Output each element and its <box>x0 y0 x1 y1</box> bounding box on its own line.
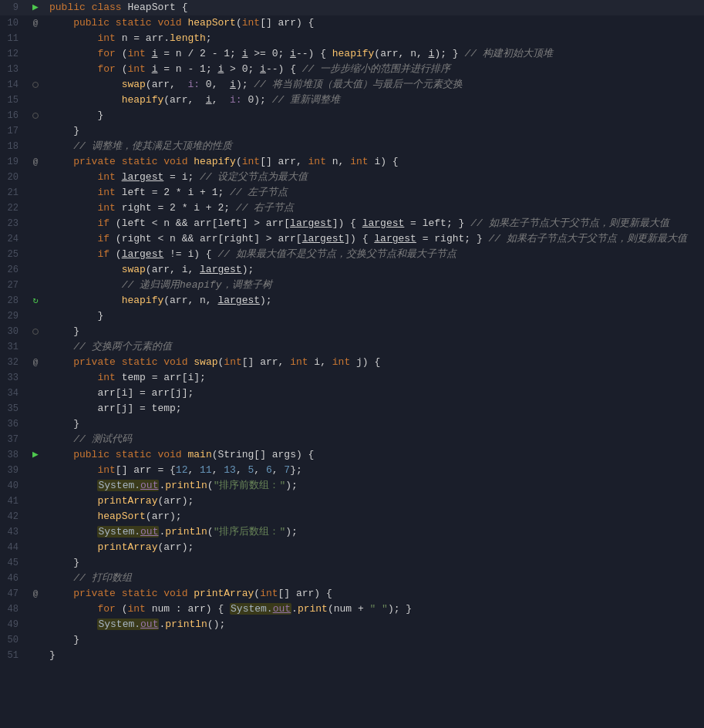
gutter-area[interactable] <box>25 401 46 416</box>
breakpoint-dot[interactable] <box>32 113 39 119</box>
line-number: 45 <box>0 555 25 571</box>
gutter-area[interactable] <box>25 648 46 663</box>
line-number: 42 <box>0 509 25 524</box>
gutter-area[interactable] <box>25 93 46 108</box>
gutter-area[interactable] <box>25 108 46 123</box>
breakpoint-icon: @ <box>33 15 39 31</box>
gutter-area[interactable] <box>25 524 46 540</box>
gutter-area[interactable]: @ <box>25 586 46 602</box>
gutter-area[interactable] <box>25 308 46 324</box>
gutter-area[interactable] <box>25 262 46 278</box>
line-number: 33 <box>0 370 25 386</box>
gutter-area[interactable]: ↻ <box>25 293 46 308</box>
gutter-area[interactable] <box>25 339 46 355</box>
line-number: 49 <box>0 617 25 632</box>
gutter-area[interactable]: @ <box>25 355 46 370</box>
gutter-area[interactable] <box>25 555 46 571</box>
gutter-area[interactable] <box>25 231 46 247</box>
code-line: 31 // 交换两个元素的值 <box>0 339 704 355</box>
line-number: 15 <box>0 93 25 108</box>
code-line: 37 // 测试代码 <box>0 432 704 447</box>
line-number: 28 <box>0 293 25 308</box>
breakpoint-icon: @ <box>33 355 39 370</box>
line-number: 40 <box>0 478 25 494</box>
code-text: } <box>46 308 704 324</box>
gutter-area[interactable] <box>25 31 46 46</box>
code-text: public static void main(String[] args) { <box>46 447 704 463</box>
code-text: swap(arr, i: 0, i); // 将当前堆顶（最大值）与最后一个元素… <box>46 77 704 93</box>
code-line: 12 for (int i = n / 2 - 1; i >= 0; i--) … <box>0 46 704 62</box>
gutter-area[interactable] <box>25 617 46 632</box>
gutter-area[interactable] <box>25 571 46 586</box>
code-line: 17 } <box>0 123 704 139</box>
gutter-area[interactable] <box>25 602 46 617</box>
line-number: 34 <box>0 386 25 401</box>
line-number: 25 <box>0 247 25 262</box>
gutter-area[interactable]: ▶ <box>25 0 46 15</box>
gutter-area[interactable]: @ <box>25 154 46 170</box>
gutter-area[interactable] <box>25 494 46 509</box>
run-icon[interactable]: ▶ <box>32 0 39 15</box>
code-text: } <box>46 324 704 339</box>
code-line: 24 if (right < n && arr[right] > arr[lar… <box>0 231 704 247</box>
gutter-area[interactable] <box>25 77 46 93</box>
code-line: 25 if (largest != i) { // 如果最大值不是父节点，交换父… <box>0 247 704 262</box>
code-text: int temp = arr[i]; <box>46 370 704 386</box>
gutter-area[interactable] <box>25 432 46 447</box>
gutter-area[interactable] <box>25 386 46 401</box>
code-text: // 测试代码 <box>46 432 704 447</box>
code-text: if (left < n && arr[left] > arr[largest]… <box>46 216 704 231</box>
gutter-area[interactable] <box>25 278 46 293</box>
code-text: printArray(arr); <box>46 494 704 509</box>
code-text: // 递归调用heapify，调整子树 <box>46 278 704 293</box>
run-icon[interactable]: ▶ <box>32 447 39 463</box>
gutter-area[interactable] <box>25 324 46 339</box>
gutter-area[interactable]: ▶ <box>25 447 46 463</box>
line-number: 19 <box>0 154 25 170</box>
gutter-area[interactable] <box>25 201 46 216</box>
gutter-area[interactable] <box>25 370 46 386</box>
gutter-area[interactable] <box>25 416 46 432</box>
code-text: } <box>46 416 704 432</box>
line-number: 29 <box>0 308 25 324</box>
code-line: 36 } <box>0 416 704 432</box>
breakpoint-dot[interactable] <box>32 82 39 88</box>
code-line: 19@ private static void heapify(int[] ar… <box>0 154 704 170</box>
gutter-area[interactable] <box>25 540 46 555</box>
gutter-area[interactable] <box>25 463 46 478</box>
line-number: 23 <box>0 216 25 231</box>
code-line: 39 int[] arr = {12, 11, 13, 5, 6, 7}; <box>0 463 704 478</box>
gutter-area[interactable] <box>25 478 46 494</box>
line-number: 32 <box>0 355 25 370</box>
code-line: 45 } <box>0 555 704 571</box>
gutter-area[interactable] <box>25 46 46 62</box>
line-number: 26 <box>0 262 25 278</box>
code-text: heapSort(arr); <box>46 509 704 524</box>
gutter-area[interactable]: @ <box>25 15 46 31</box>
gutter-area[interactable] <box>25 185 46 201</box>
code-line: 18 // 调整堆，使其满足大顶堆的性质 <box>0 139 704 154</box>
line-number: 39 <box>0 463 25 478</box>
gutter-area[interactable] <box>25 170 46 185</box>
code-text: private static void heapify(int[] arr, i… <box>46 154 704 170</box>
breakpoint-dot[interactable] <box>32 329 39 335</box>
gutter-area[interactable] <box>25 632 46 648</box>
code-text: for (int num : arr) { System.out.print(n… <box>46 602 704 617</box>
code-line: 42 heapSort(arr); <box>0 509 704 524</box>
line-number: 43 <box>0 524 25 540</box>
breakpoint-icon: @ <box>33 154 39 170</box>
line-number: 14 <box>0 77 25 93</box>
code-line: 28↻ heapify(arr, n, largest); <box>0 293 704 308</box>
gutter-area[interactable] <box>25 123 46 139</box>
gutter-area[interactable] <box>25 509 46 524</box>
gutter-area[interactable] <box>25 216 46 231</box>
code-text: // 调整堆，使其满足大顶堆的性质 <box>46 139 704 154</box>
gutter-area[interactable] <box>25 62 46 77</box>
gutter-area[interactable] <box>25 139 46 154</box>
gutter-area[interactable] <box>25 247 46 262</box>
code-line: 21 int left = 2 * i + 1; // 左子节点 <box>0 185 704 201</box>
code-line: 49 System.out.println(); <box>0 617 704 632</box>
code-text: int n = arr.length; <box>46 31 704 46</box>
line-number: 30 <box>0 324 25 339</box>
code-line: 11 int n = arr.length; <box>0 31 704 46</box>
